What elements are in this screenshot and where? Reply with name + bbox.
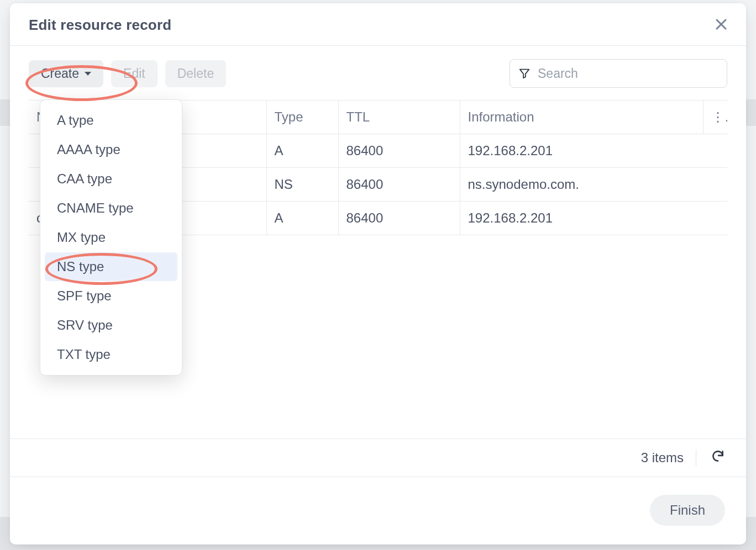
dropdown-item-cname[interactable]: CNAME type [45,194,177,223]
dropdown-item-spf[interactable]: SPF type [45,282,177,310]
modal-header: Edit resource record [10,3,746,46]
dropdown-item-ns[interactable]: NS type [45,252,177,281]
cell-info: ns.synodemo.com. [460,168,727,202]
create-button-label: Create [41,66,79,81]
dropdown-item-aaaa[interactable]: AAAA type [45,135,177,164]
divider [696,449,696,466]
cell-ttl: 86400 [338,168,460,202]
cell-ttl: 86400 [338,202,460,235]
modal-title: Edit resource record [29,17,171,34]
dropdown-item-caa[interactable]: CAA type [45,165,177,193]
modal-footer: Finish [10,477,746,544]
cell-type: A [266,202,338,235]
refresh-icon[interactable] [708,447,727,469]
chevron-down-icon [85,72,91,76]
edit-button[interactable]: Edit [111,60,158,87]
cell-info: 192.168.2.201 [460,202,727,235]
col-header-type[interactable]: Type [266,101,338,134]
search-box[interactable] [510,59,727,88]
create-type-dropdown: A type AAAA type CAA type CNAME type MX … [40,99,182,376]
dropdown-item-srv[interactable]: SRV type [45,311,177,340]
items-count: 3 items [641,450,684,466]
filter-icon [518,67,531,80]
col-header-info[interactable]: Information [460,101,703,134]
status-bar: 3 items [10,438,746,477]
edit-resource-record-modal: Edit resource record Create Edit Delete [10,3,746,544]
dropdown-item-a[interactable]: A type [45,106,177,135]
column-options-button[interactable]: ⋮ [703,101,727,134]
close-icon[interactable] [713,14,729,35]
cell-type: NS [266,168,338,202]
search-input[interactable] [538,66,719,81]
toolbar: Create Edit Delete [10,46,746,100]
col-header-ttl[interactable]: TTL [338,101,460,134]
cell-type: A [266,134,338,168]
finish-button[interactable]: Finish [650,495,725,526]
cell-info: 192.168.2.201 [460,134,727,168]
cell-ttl: 86400 [338,134,460,168]
delete-button[interactable]: Delete [165,60,226,87]
dropdown-item-mx[interactable]: MX type [45,223,177,252]
dropdown-item-txt[interactable]: TXT type [45,340,177,369]
create-button[interactable]: Create [29,60,103,87]
